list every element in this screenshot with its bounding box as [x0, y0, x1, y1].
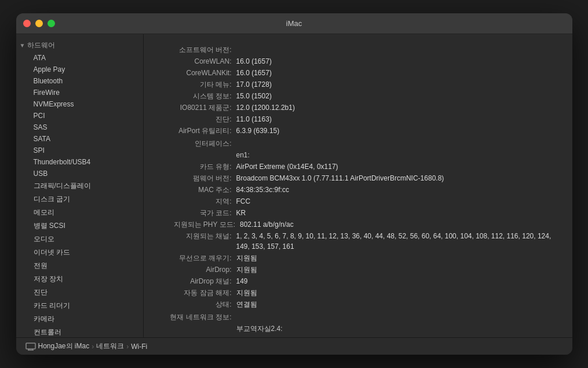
content-area: ▼ 하드웨어 ATA Apple Pay Bluetooth FireWire … [16, 34, 572, 337]
channels-row: 지원되는 채널: 1, 2, 3, 4, 5, 6, 7, 8, 9, 10, … [155, 231, 561, 252]
arrow-hardware-icon: ▼ [20, 42, 25, 49]
interface-label: 인터페이스: [155, 138, 236, 149]
sidebar-item-audio[interactable]: 오디오 [19, 233, 141, 246]
mac-row: MAC 주소: 84:38:35:3c:9f:cc [155, 185, 561, 195]
corewlankit-label: CoreWLANKit: [155, 68, 236, 78]
firmware-label: 펌웨어 버전: [155, 173, 236, 183]
sidebar-item-usb[interactable]: USB [19, 168, 141, 179]
main-content[interactable]: 소프트웨어 버전: CoreWLAN: 16.0 (1657) CoreWLAN… [144, 34, 572, 337]
other-menu-row: 기타 메뉴: 17.0 (1728) [155, 79, 561, 90]
channels-value: 1, 2, 3, 4, 5, 6, 7, 8, 9, 10, 11, 12, 1… [236, 231, 561, 252]
airdrop-channel-label: AirDrop 채널: [155, 276, 236, 286]
phy-mode-label: PHY 모드: [155, 335, 236, 337]
sidebar-item-thunderbolt[interactable]: Thunderbolt/USB4 [19, 156, 141, 168]
software-version-header: 소프트웨어 버전: [155, 45, 561, 55]
other-menu-value: 17.0 (1728) [236, 79, 561, 90]
window-title: iMac [286, 19, 302, 28]
other-menu-label: 기타 메뉴: [155, 79, 236, 90]
network-name-value: 부교역자실2.4: [236, 323, 561, 334]
wake-on-wireless-row: 무선으로 깨우기: 지원됨 [155, 253, 561, 263]
sidebar-item-sas[interactable]: SAS [19, 122, 141, 133]
corewlankit-value: 16.0 (1657) [236, 68, 561, 78]
network-name-row: 부교역자실2.4: [155, 323, 561, 334]
sidebar-item-graphics[interactable]: 그래픽/디스플레이 [19, 179, 141, 193]
interface-name-value: en1: [236, 150, 561, 160]
sidebar-item-applepay[interactable]: Apple Pay [19, 64, 141, 75]
sidebar-item-ata[interactable]: ATA [19, 52, 141, 64]
sidebar-item-scsi[interactable]: 병렬 SCSI [19, 219, 141, 233]
phy-mode-row: PHY 모드: 802.11n [155, 335, 561, 337]
sidebar-item-camera[interactable]: 카메라 [19, 312, 141, 326]
breadcrumb-bar: HongJae의 iMac › 네트워크 › Wi-Fi [16, 337, 572, 355]
status-label: 상태: [155, 299, 236, 310]
corewlan-row: CoreWLAN: 16.0 (1657) [155, 56, 561, 67]
interface-header: 인터페이스: [155, 138, 561, 149]
traffic-lights [23, 20, 55, 27]
country-row: 국가 코드: KR [155, 208, 561, 218]
wake-on-wireless-label: 무선으로 깨우기: [155, 253, 236, 263]
mac-label: MAC 주소: [155, 185, 236, 195]
svg-rect-0 [26, 343, 35, 349]
sidebar-item-firewire[interactable]: FireWire [19, 87, 141, 98]
sidebar-item-memory[interactable]: 메모리 [19, 206, 141, 219]
airport-util-label: AirPort 유틸리티: [155, 126, 236, 136]
breadcrumb-sep-2: › [126, 343, 129, 351]
country-value: KR [236, 208, 561, 218]
phy-supported-row: 지원되는 PHY 모드: 802.11 a/b/g/n/ac [155, 219, 561, 230]
auto-unlock-value: 지원됨 [236, 288, 561, 298]
diagnostics-value: 11.0 (1163) [236, 114, 561, 124]
sidebar-item-pci[interactable]: PCI [19, 110, 141, 122]
status-row: 상태: 연결됨 [155, 299, 561, 310]
hardware-section-label: 하드웨어 [27, 41, 55, 50]
card-type-value: AirPort Extreme (0x14E4, 0x117) [236, 161, 561, 172]
mac-value: 84:38:35:3c:9f:cc [236, 185, 561, 195]
airdrop-channel-value: 149 [236, 276, 561, 286]
firmware-row: 펌웨어 버전: Broadcom BCM43xx 1.0 (7.77.111.1… [155, 173, 561, 183]
current-network-header: 현재 네트워크 정보: [155, 312, 561, 322]
diagnostics-row: 진단: 11.0 (1163) [155, 114, 561, 124]
breadcrumb-host: HongJae의 iMac [38, 341, 90, 351]
region-label: 지역: [155, 196, 236, 207]
sw-version-label: 소프트웨어 버전: [155, 45, 236, 55]
sidebar-item-disc-burn[interactable]: 디스크 굽기 [19, 193, 141, 206]
minimize-button[interactable] [35, 20, 43, 27]
sidebar-section-hardware[interactable]: ▼ 하드웨어 [16, 39, 143, 52]
system-info-row: 시스템 정보: 15.0 (1502) [155, 91, 561, 101]
monitor-icon [25, 343, 36, 351]
sidebar-item-spi[interactable]: SPI [19, 145, 141, 156]
close-button[interactable] [23, 20, 31, 27]
diagnostics-label: 진단: [155, 114, 236, 124]
phy-mode-value: 802.11n [236, 335, 561, 337]
corewlan-label: CoreWLAN: [155, 56, 236, 67]
sidebar-item-bluetooth[interactable]: Bluetooth [19, 75, 141, 87]
airport-util-row: AirPort 유틸리티: 6.3.9 (639.15) [155, 126, 561, 136]
sidebar-item-storage[interactable]: 저장 장치 [19, 273, 141, 286]
airdrop-label: AirDrop: [155, 264, 236, 275]
corewlan-value: 16.0 (1657) [236, 56, 561, 67]
breadcrumb-wifi: Wi-Fi [131, 343, 147, 351]
sidebar: ▼ 하드웨어 ATA Apple Pay Bluetooth FireWire … [16, 34, 144, 337]
sidebar-item-ethernet[interactable]: 이더넷 카드 [19, 246, 141, 259]
io80211-row: IO80211 제품군: 12.0 (1200.12.2b1) [155, 102, 561, 113]
main-window: iMac ▼ 하드웨어 ATA Apple Pay Bluetooth Fire… [16, 13, 572, 355]
sidebar-item-power[interactable]: 전원 [19, 259, 141, 273]
maximize-button[interactable] [48, 20, 55, 27]
country-label: 국가 코드: [155, 208, 236, 218]
io80211-value: 12.0 (1200.12.2b1) [236, 102, 561, 113]
airdrop-channel-row: AirDrop 채널: 149 [155, 276, 561, 286]
sidebar-item-nvmexpress[interactable]: NVMExpress [19, 98, 141, 110]
sidebar-item-controller[interactable]: 컨트롤러 [19, 326, 141, 337]
phy-supported-value: 802.11 a/b/g/n/ac [240, 219, 561, 230]
sidebar-item-diagnostics[interactable]: 진단 [19, 286, 141, 299]
sidebar-item-card-reader[interactable]: 카드 리더기 [19, 299, 141, 312]
status-value: 연결됨 [236, 299, 561, 310]
sidebar-item-sata[interactable]: SATA [19, 133, 141, 145]
current-network-block: 현재 네트워크 정보: 부교역자실2.4: PHY 모드: 802.11n BS… [155, 312, 561, 337]
software-version-block: 소프트웨어 버전: CoreWLAN: 16.0 (1657) CoreWLAN… [155, 45, 561, 136]
breadcrumb-network: 네트워크 [96, 341, 124, 351]
auto-unlock-row: 자동 잠금 해제: 지원됨 [155, 288, 561, 298]
corewlankit-row: CoreWLANKit: 16.0 (1657) [155, 68, 561, 78]
firmware-value: Broadcom BCM43xx 1.0 (7.77.111.1 AirPort… [236, 173, 561, 183]
current-network-label: 현재 네트워크 정보: [155, 312, 236, 322]
wake-on-wireless-value: 지원됨 [236, 253, 561, 263]
